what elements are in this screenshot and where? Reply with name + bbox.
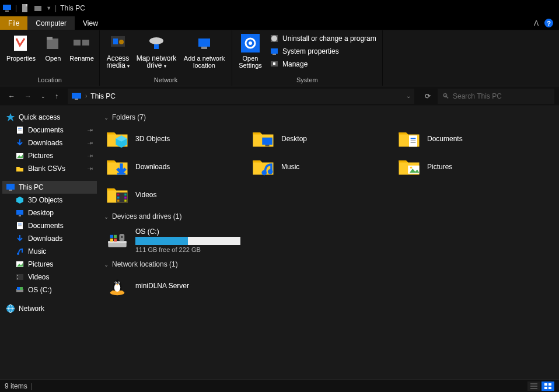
folder-item[interactable]: Music xyxy=(247,153,393,181)
sidebar-pc-child[interactable]: 3D Objects xyxy=(2,194,97,206)
svg-rect-1 xyxy=(5,10,9,12)
section-header-folders[interactable]: ⌄ Folders (7) xyxy=(102,110,559,125)
svg-rect-15 xyxy=(198,38,210,47)
sidebar-pc-child[interactable]: Desktop xyxy=(2,206,97,219)
address-bar[interactable]: › This PC ⌄ xyxy=(68,89,414,104)
tab-view[interactable]: View xyxy=(75,16,106,30)
chevron-right-icon[interactable]: › xyxy=(85,93,87,99)
netloc-grid: miniDLNA Server xyxy=(102,272,559,300)
folder-item[interactable]: Documents xyxy=(393,125,539,153)
nav-back-button[interactable]: ← xyxy=(5,90,19,103)
open-button[interactable]: Open xyxy=(41,32,65,62)
folder-icon xyxy=(397,128,421,149)
help-icon[interactable]: ? xyxy=(544,19,553,27)
statusbar: 9 items | xyxy=(0,379,559,392)
access-media-icon xyxy=(109,34,127,52)
address-path: This PC xyxy=(90,92,116,100)
sidebar-pc-child[interactable]: Pictures xyxy=(2,258,97,271)
map-network-drive-button[interactable]: Map network drive ▾ xyxy=(135,32,178,70)
sidebar-pinned-item[interactable]: Downloads📌︎ xyxy=(2,136,97,149)
network-location-item[interactable]: miniDLNA Server xyxy=(102,272,559,300)
access-media-button[interactable]: Access media ▾ xyxy=(103,32,132,70)
folder-item[interactable]: 3D Objects xyxy=(102,125,247,153)
side-item-label: OS (C:) xyxy=(28,286,52,294)
svg-rect-71 xyxy=(117,200,120,202)
folder-label: Downloads xyxy=(135,163,170,171)
nav-forward-button[interactable]: → xyxy=(21,90,35,103)
view-tiles-button[interactable] xyxy=(541,382,554,391)
ribbon-tools: ᐱ ? xyxy=(528,16,559,30)
sidebar-pinned-item[interactable]: Blank CSVs📌︎ xyxy=(2,162,97,175)
sidebar-pc-child[interactable]: Documents xyxy=(2,219,97,232)
svg-rect-47 xyxy=(17,278,18,279)
svg-rect-8 xyxy=(74,40,81,46)
properties-button[interactable]: Properties xyxy=(4,32,39,62)
sidebar-network[interactable]: Network xyxy=(2,302,97,315)
side-item-label: Documents xyxy=(28,126,64,134)
nav-sidebar: Quick access Documents📌︎Downloads📌︎Pictu… xyxy=(0,106,99,379)
svg-rect-0 xyxy=(3,5,11,10)
search-box[interactable]: 🔍︎ Search This PC xyxy=(438,89,554,104)
open-settings-button[interactable]: Open Settings xyxy=(236,32,265,69)
rename-button[interactable]: Rename xyxy=(68,32,96,62)
folder-item[interactable]: Downloads xyxy=(102,153,247,181)
sidebar-pinned-item[interactable]: Pictures📌︎ xyxy=(2,149,97,162)
group-label-network: Network xyxy=(103,75,228,85)
minimize-ribbon-icon[interactable]: ᐱ xyxy=(534,19,539,27)
svg-rect-11 xyxy=(113,38,118,44)
folder-item[interactable]: Pictures xyxy=(393,153,539,181)
refresh-button[interactable]: ⟳ xyxy=(420,92,435,100)
drive-item[interactable]: OS (C:)111 GB free of 222 GB xyxy=(102,224,559,257)
side-item-icon xyxy=(15,208,25,218)
nav-history-dropdown[interactable]: ⌄ xyxy=(37,91,49,102)
sidebar-pc-child[interactable]: OS (C:) xyxy=(2,284,97,296)
drive-free-text: 111 GB free of 222 GB xyxy=(135,246,240,253)
pin-icon: 📌︎ xyxy=(86,139,95,148)
view-details-button[interactable] xyxy=(527,382,540,391)
tab-file[interactable]: File xyxy=(0,16,27,30)
side-item-label: Desktop xyxy=(28,209,54,217)
tab-computer[interactable]: Computer xyxy=(27,16,75,30)
qa-document-icon[interactable] xyxy=(20,4,30,13)
content-pane: ⌄ Folders (7) 3D ObjectsDesktopDocuments… xyxy=(99,106,559,379)
svg-rect-70 xyxy=(117,197,120,199)
manage-button[interactable]: Manage xyxy=(267,58,379,70)
main-area: Quick access Documents📌︎Downloads📌︎Pictu… xyxy=(0,106,559,379)
section-header-netloc[interactable]: ⌄ Network locations (1) xyxy=(102,257,559,272)
address-dropdown-icon[interactable]: ⌄ xyxy=(406,93,411,99)
qa-dropdown-icon[interactable]: ▼ xyxy=(46,5,51,11)
ribbon-group-system: Open Settings Uninstall or change a prog… xyxy=(232,30,383,86)
pc-icon xyxy=(71,92,82,100)
uninstall-program-button[interactable]: Uninstall or change a program xyxy=(267,33,379,44)
side-item-label: Documents xyxy=(28,222,64,230)
sidebar-pc-child[interactable]: Videos xyxy=(2,271,97,284)
svg-marker-36 xyxy=(16,197,23,204)
svg-rect-6 xyxy=(47,38,58,49)
section-header-drives[interactable]: ⌄ Devices and drives (1) xyxy=(102,209,559,224)
sidebar-pinned-item[interactable]: Documents📌︎ xyxy=(2,124,97,136)
pin-icon: 📌︎ xyxy=(86,152,95,160)
sidebar-this-pc[interactable]: This PC xyxy=(2,181,97,194)
svg-point-42 xyxy=(17,253,19,255)
side-item-label: Downloads xyxy=(28,235,62,243)
drive-label: OS (C:) xyxy=(135,228,240,236)
sidebar-pc-child[interactable]: Music xyxy=(2,245,97,258)
system-properties-button[interactable]: System properties xyxy=(267,46,379,57)
statusbar-text: 9 items xyxy=(5,382,27,390)
svg-rect-96 xyxy=(548,387,551,389)
qa-folder-icon[interactable] xyxy=(33,4,43,13)
side-item-label: 3D Objects xyxy=(28,196,62,204)
add-network-location-button[interactable]: Add a network location xyxy=(180,32,228,69)
side-item-icon xyxy=(15,221,25,230)
nav-up-button[interactable]: ↑ xyxy=(51,90,62,103)
pin-icon: 📌︎ xyxy=(86,126,95,135)
folder-item[interactable]: Videos xyxy=(102,181,247,209)
sidebar-pc-child[interactable]: Downloads xyxy=(2,232,97,245)
sidebar-quick-access[interactable]: Quick access xyxy=(2,111,97,124)
folder-icon xyxy=(105,156,130,177)
drive-icon xyxy=(105,230,130,251)
svg-rect-37 xyxy=(16,210,23,215)
folder-item[interactable]: Desktop xyxy=(247,125,393,153)
svg-rect-69 xyxy=(117,194,120,196)
svg-rect-95 xyxy=(544,387,547,389)
